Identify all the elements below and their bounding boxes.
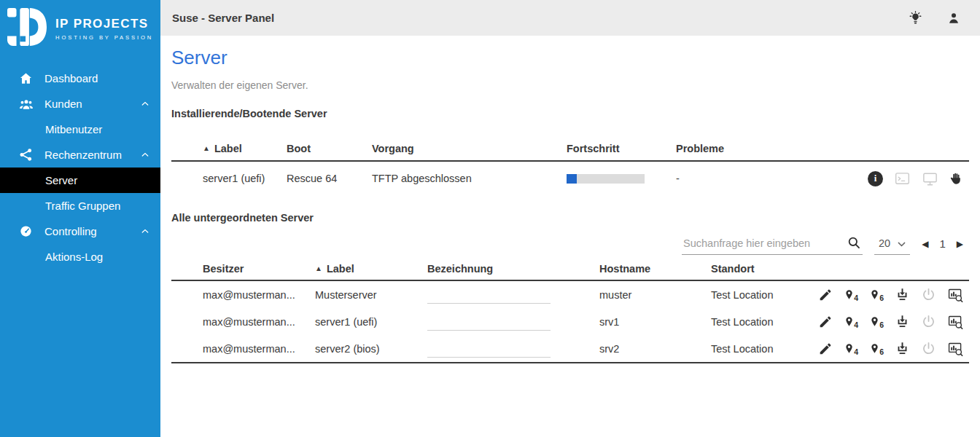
edit-icon[interactable] [818,342,833,356]
column-header-standort[interactable]: Standort [711,263,817,275]
bezeichnung-input[interactable] [427,312,551,331]
edit-icon[interactable] [818,288,833,302]
ipv4-pin-icon[interactable]: 4 [844,343,858,354]
install-icon[interactable] [895,341,910,356]
boot-table-header: ▲ Label Boot Vorgang Fortschritt Problem… [171,137,969,162]
info-icon[interactable]: i [868,171,883,186]
user-icon[interactable] [946,11,961,25]
lightbulb-icon[interactable] [908,10,923,25]
ipv4-pin-icon[interactable]: 4 [844,316,858,327]
cell-standort: Test Location [711,343,817,355]
home-icon [19,71,35,85]
ipv6-pin-icon[interactable]: 6 [869,289,884,300]
bezeichnung-input[interactable] [427,286,551,304]
install-icon[interactable] [895,314,910,329]
table-row: max@musterman... Musterserver muster Tes… [171,281,969,308]
app: IP PROJECTS HOSTING BY PASSION Dashboard [0,0,980,437]
column-header-bezeichnung[interactable]: Bezeichnung [427,263,599,275]
brand-name: IP PROJECTS [55,17,153,31]
cell-label: server1 (uefi) [315,316,427,328]
chevron-up-icon [141,229,149,234]
brand-logo-icon [6,7,48,50]
power-icon[interactable] [921,287,936,302]
chevron-up-icon [141,152,149,157]
column-header-fortschritt[interactable]: Fortschritt [567,143,676,154]
sidebar-item-label: Traffic Gruppen [45,200,120,212]
table-row: max@musterman... server1 (uefi) srv1 Tes… [171,308,969,335]
brand[interactable]: IP PROJECTS HOSTING BY PASSION [0,0,160,54]
cell-besitzer: max@musterman... [171,343,315,355]
brand-tagline: HOSTING BY PASSION [55,34,153,41]
boot-table: ▲ Label Boot Vorgang Fortschritt Problem… [171,137,969,195]
page-number: 1 [939,237,945,250]
cell-label: Musterserver [315,289,427,301]
sidebar-item-dashboard[interactable]: Dashboard [0,66,160,91]
sidebar-item-mitbenutzer[interactable]: Mitbenutzer [0,117,160,142]
page-subtitle: Verwalten der eigenen Server. [171,79,969,91]
sidebar-item-rechenzentrum[interactable]: Rechenzentrum [0,142,160,168]
column-header-label[interactable]: ▲ Label [171,143,287,154]
sidebar-item-traffic-gruppen[interactable]: Traffic Gruppen [0,193,160,219]
boot-row-label: server1 (uefi) [171,173,287,184]
cell-hostname: srv2 [599,343,711,355]
column-header-besitzer[interactable]: Besitzer [171,263,315,275]
ipv6-pin-icon[interactable]: 6 [869,316,884,327]
sidebar-item-label: Kunden [44,98,82,110]
boot-row-probleme: - [676,173,751,184]
gauge-icon [19,224,35,238]
power-icon[interactable] [921,314,936,329]
edit-icon[interactable] [818,315,833,329]
column-header-label[interactable]: ▲ Label [315,263,427,275]
column-header-vorgang[interactable]: Vorgang [372,143,567,154]
stats-search-icon[interactable] [947,287,963,303]
search-box [682,232,863,255]
ipv4-pin-icon[interactable]: 4 [844,289,858,300]
network-icon [19,148,35,162]
content: Server Verwalten der eigenen Server. Ins… [160,36,980,363]
section-installing-title: Installierende/Bootende Server [171,108,969,119]
search-input[interactable] [682,237,842,250]
users-icon [19,97,35,111]
progress-bar [567,174,645,184]
cell-standort: Test Location [711,316,817,328]
install-icon[interactable] [895,287,910,302]
power-icon[interactable] [921,341,936,356]
boot-row-boot: Rescue 64 [287,173,372,184]
cell-besitzer: max@musterman... [171,316,315,328]
sidebar-nav: Dashboard Kunden Mitbenutzer [0,54,160,269]
terminal-icon [894,170,911,187]
bezeichnung-input[interactable] [427,339,551,358]
chevron-down-icon [898,237,906,249]
sidebar-item-aktions-log[interactable]: Aktions-Log [0,244,160,269]
sidebar-item-label: Dashboard [44,72,98,84]
prev-page-icon[interactable]: ◀ [922,239,928,249]
server-table: Besitzer ▲ Label Bezeichnung Hostname St… [171,258,969,363]
page-size-select[interactable]: 20 [874,232,910,255]
cell-label: server2 (bios) [315,343,427,355]
section-all-title: Alle untergeordneten Server [171,212,969,224]
stats-search-icon[interactable] [947,341,963,357]
column-header-probleme[interactable]: Probleme [676,143,751,154]
ipv6-pin-icon[interactable]: 6 [869,343,884,354]
page-title: Server [171,47,969,69]
hand-icon[interactable] [949,172,963,186]
chevron-up-icon [141,101,149,106]
next-page-icon[interactable]: ▶ [957,239,963,249]
sidebar-item-label: Server [45,174,77,186]
cell-besitzer: max@musterman... [171,289,315,301]
sidebar-item-controlling[interactable]: Controlling [0,219,160,244]
main-area: Suse - Server Panel [160,0,980,437]
topbar: Suse - Server Panel [160,0,980,36]
sort-asc-icon: ▲ [315,265,322,272]
column-header-hostname[interactable]: Hostname [599,263,711,275]
sidebar-item-label: Aktions-Log [45,251,103,263]
sort-asc-icon: ▲ [203,145,210,152]
search-icon[interactable] [842,235,863,251]
sidebar-item-server[interactable]: Server [0,168,160,193]
table-controls: 20 ◀ 1 ▶ [171,232,969,255]
column-header-boot[interactable]: Boot [287,143,372,154]
sidebar-item-label: Controlling [44,225,97,237]
monitor-icon [922,170,938,187]
stats-search-icon[interactable] [947,314,963,330]
sidebar-item-kunden[interactable]: Kunden [0,91,160,117]
